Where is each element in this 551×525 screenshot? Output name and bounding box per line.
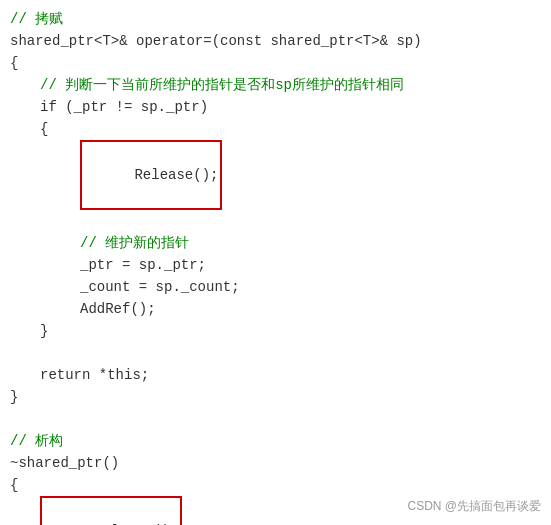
- line-empty1: [0, 210, 551, 232]
- line-operator-decl: shared_ptr<T>& operator=(const shared_pt…: [0, 30, 551, 52]
- release-call-1: Release();: [134, 167, 218, 183]
- assign-ptr: _ptr = sp._ptr;: [80, 254, 206, 276]
- code-block: // 拷赋 shared_ptr<T>& operator=(const sha…: [0, 0, 551, 525]
- line-assign-count: _count = sp._count;: [0, 276, 551, 298]
- comment-check: // 判断一下当前所维护的指针是否和sp所维护的指针相同: [40, 74, 404, 96]
- comment-destructor: // 析构: [10, 430, 63, 452]
- open-brace-3: {: [10, 474, 18, 496]
- line-return: return *this;: [0, 364, 551, 386]
- close-brace-2: }: [40, 320, 48, 342]
- line-open-brace3: {: [0, 474, 551, 496]
- line-addref: AddRef();: [0, 298, 551, 320]
- line-empty3: [0, 408, 551, 430]
- line-new-ptr-comment: // 维护新的指针: [0, 232, 551, 254]
- line-open-brace2: {: [0, 118, 551, 140]
- open-brace-2: {: [40, 118, 48, 140]
- line-check-comment: // 判断一下当前所维护的指针是否和sp所维护的指针相同: [0, 74, 551, 96]
- addref-call: AddRef();: [80, 298, 156, 320]
- open-brace-1: {: [10, 52, 18, 74]
- line-destructor-comment: // 析构: [0, 430, 551, 452]
- comment-new-ptr: // 维护新的指针: [80, 232, 189, 254]
- close-brace-1: }: [10, 386, 18, 408]
- release-box-1: Release();: [80, 140, 222, 210]
- line-close-brace2: }: [0, 320, 551, 342]
- return-statement: return *this;: [40, 364, 149, 386]
- assign-count: _count = sp._count;: [80, 276, 240, 298]
- line-close-brace1: }: [0, 386, 551, 408]
- watermark: CSDN @先搞面包再谈爱: [407, 498, 541, 515]
- line-release1: Release();: [0, 140, 551, 210]
- line-copy-comment: // 拷赋: [0, 8, 551, 30]
- release-box-2: Release();: [40, 496, 182, 525]
- line-open-brace1: {: [0, 52, 551, 74]
- line-empty2: [0, 342, 551, 364]
- line-destructor-decl: ~shared_ptr(): [0, 452, 551, 474]
- line-if: if (_ptr != sp._ptr): [0, 96, 551, 118]
- destructor-signature: ~shared_ptr(): [10, 452, 119, 474]
- comment-kaofei: // 拷赋: [10, 8, 63, 30]
- operator-signature: shared_ptr<T>& operator=(const shared_pt…: [10, 30, 422, 52]
- if-statement: if (_ptr != sp._ptr): [40, 96, 208, 118]
- line-assign-ptr: _ptr = sp._ptr;: [0, 254, 551, 276]
